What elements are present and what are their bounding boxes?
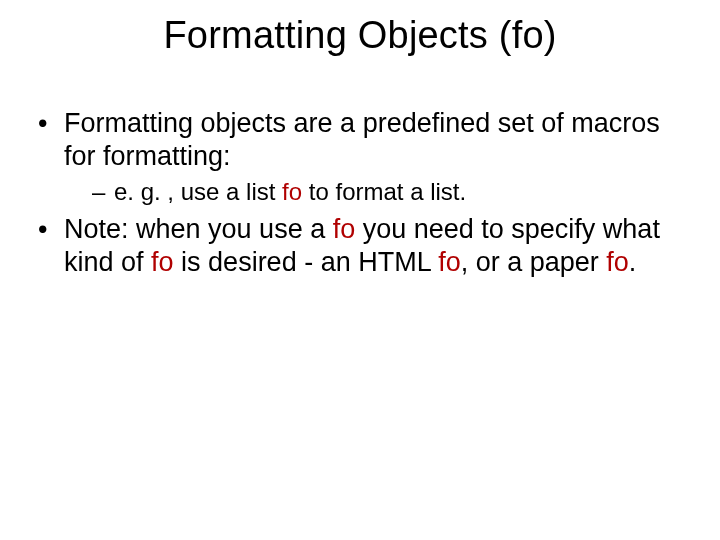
bullet-item-1: Formatting objects are a predefined set … [38, 107, 690, 207]
bullet-1-text: Formatting objects are a predefined set … [64, 108, 660, 171]
b2-t1: Note: when you use a [64, 214, 333, 244]
fo-term: fo [606, 247, 629, 277]
b2-t4: , or a paper [461, 247, 607, 277]
fo-term: fo [333, 214, 356, 244]
sub-text-post: to format a list. [302, 178, 466, 205]
fo-term: fo [282, 178, 302, 205]
fo-term: fo [438, 247, 461, 277]
sub-text-pre: e. g. , use a list [114, 178, 282, 205]
slide: Formatting Objects (fo) Formatting objec… [0, 0, 720, 540]
bullet-item-2: Note: when you use a fo you need to spec… [38, 213, 690, 279]
bullet-list-level2: e. g. , use a list fo to format a list. [64, 177, 690, 207]
slide-title: Formatting Objects (fo) [30, 14, 690, 57]
bullet-1-sub-1: e. g. , use a list fo to format a list. [92, 177, 690, 207]
b2-t3: is desired - an HTML [174, 247, 439, 277]
b2-t5: . [629, 247, 637, 277]
bullet-list-level1: Formatting objects are a predefined set … [30, 107, 690, 279]
fo-term: fo [151, 247, 174, 277]
